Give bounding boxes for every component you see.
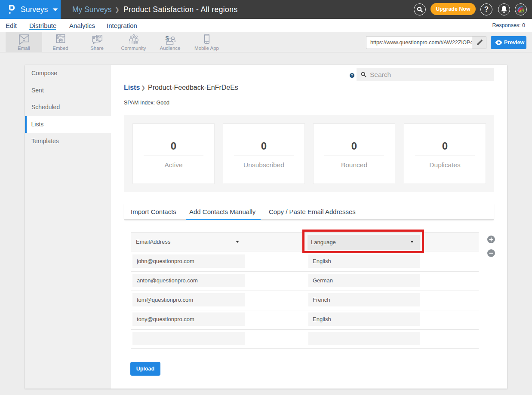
svg-text:$: $ (165, 34, 169, 42)
